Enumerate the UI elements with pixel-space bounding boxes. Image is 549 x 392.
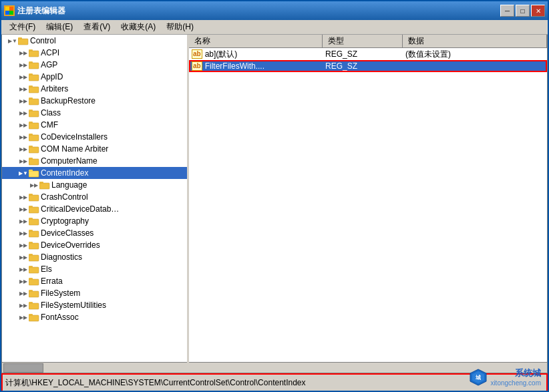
expand-icon-backuprestore: ▶	[18, 95, 29, 106]
folder-icon-computername	[29, 156, 39, 166]
tree-item-language[interactable]: ▶ Language	[2, 179, 187, 191]
tree-item-filesystemutil[interactable]: ▶ FileSystemUtilities	[2, 299, 187, 311]
expand-icon-agp: ▶	[18, 59, 29, 70]
tree-label-filesystemutil: FileSystemUtilities	[41, 301, 106, 310]
tree-item-crashcontrol[interactable]: ▶ CrashControl	[2, 191, 187, 203]
expand-icon-els: ▶	[18, 264, 29, 274]
folder-icon-appid	[29, 72, 39, 81]
menu-view[interactable]: 查看(V)	[78, 20, 116, 34]
tree-label-arbiters: Arbiters	[41, 84, 68, 93]
tree-item-filesystem[interactable]: ▶ FileSystem	[2, 287, 187, 299]
tree-item-backuprestore[interactable]: ▶ BackupRestore	[2, 95, 187, 107]
window-title: 注册表编辑器	[17, 5, 65, 17]
right-panel: 名称 类型 数据 ab ab](默认) REG_SZ (数值未设置)	[189, 35, 547, 373]
registry-row-default[interactable]: ab ab](默认) REG_SZ (数值未设置)	[189, 48, 547, 60]
svg-rect-3	[9, 11, 13, 15]
reg-name-label-default: ab](默认)	[205, 49, 238, 60]
tree-item-control[interactable]: ▼ Control	[2, 35, 187, 47]
tree-label-comname: COM Name Arbiter	[41, 144, 108, 154]
folder-icon-criticaldevice	[29, 204, 39, 214]
status-text: 计算机\HKEY_LOCAL_MACHINE\SYSTEM\CurrentCon…	[5, 377, 306, 389]
ab-icon-filterfiles: ab	[192, 61, 202, 71]
menu-help[interactable]: 帮助(H)	[161, 20, 199, 34]
tree-label-acpi: ACPI	[41, 48, 59, 57]
expand-icon-fontassoc: ▶	[18, 312, 29, 323]
folder-icon-els	[29, 264, 39, 274]
menu-file[interactable]: 文件(F)	[4, 20, 41, 34]
tree-item-cmf[interactable]: ▶ CMF	[2, 119, 187, 131]
minimize-button[interactable]: ─	[500, 5, 514, 17]
folder-icon-cmf	[29, 120, 39, 130]
tree-item-diagnostics[interactable]: ▶ Diagnostics	[2, 251, 187, 263]
registry-row-filterfiles[interactable]: ab FilterFilesWith.... REG_SZ	[189, 60, 547, 72]
tree-item-fontassoc[interactable]: ▶ FontAssoc	[2, 311, 187, 323]
tree-item-comname[interactable]: ▶ COM Name Arbiter	[2, 143, 187, 155]
folder-icon-class	[29, 108, 39, 118]
expand-icon-control: ▼	[7, 35, 18, 46]
tree-label-appid: AppID	[41, 72, 63, 81]
close-button[interactable]: ✕	[531, 5, 545, 17]
right-hscroll[interactable]	[189, 362, 547, 373]
menu-bar: 文件(F) 编辑(E) 查看(V) 收藏夹(A) 帮助(H)	[1, 20, 548, 35]
expand-icon-filesystem: ▶	[18, 288, 29, 299]
folder-icon-acpi	[29, 48, 39, 57]
tree-label-deviceclasses: DeviceClasses	[41, 228, 94, 238]
tree-label-backuprestore: BackupRestore	[41, 96, 96, 106]
tree-item-agp[interactable]: ▶ AGP	[2, 59, 187, 71]
expand-icon-crashcontrol: ▶	[18, 192, 29, 202]
tree-item-appid[interactable]: ▶ AppID	[2, 71, 187, 83]
reg-type-default: REG_SZ	[323, 49, 403, 59]
ab-icon-default: ab	[192, 49, 202, 59]
svg-rect-1	[9, 7, 13, 11]
tree-label-codevice: CoDeviceInstallers	[41, 132, 108, 142]
tree-item-deviceoverrides[interactable]: ▶ DeviceOverrides	[2, 239, 187, 251]
tree-item-criticaldevice[interactable]: ▶ CriticalDeviceDatab…	[2, 203, 187, 215]
folder-icon-crashcontrol	[29, 192, 39, 202]
folder-icon-filesystemutil	[29, 301, 39, 310]
tree-container[interactable]: ▼ Control ▶ AC	[2, 35, 187, 362]
menu-edit[interactable]: 编辑(E)	[41, 20, 78, 34]
tree-panel: ▼ Control ▶ AC	[2, 35, 189, 373]
folder-icon-errata	[29, 276, 39, 286]
tree-item-arbiters[interactable]: ▶ Arbiters	[2, 83, 187, 95]
folder-icon-agp	[29, 60, 39, 69]
tree-label-agp: AGP	[41, 60, 57, 69]
expand-icon-criticaldevice: ▶	[18, 204, 29, 214]
expand-icon-errata: ▶	[18, 276, 29, 286]
expand-icon-cmf: ▶	[18, 120, 29, 130]
tree-label-computername: ComputerName	[41, 156, 98, 166]
tree-item-computername[interactable]: ▶ ComputerName	[2, 155, 187, 167]
expand-icon-arbiters: ▶	[18, 83, 29, 94]
expand-icon-diagnostics: ▶	[18, 252, 29, 262]
folder-icon-codevice	[29, 132, 39, 142]
folder-icon-contentindex	[29, 168, 39, 178]
tree-label-deviceoverrides: DeviceOverrides	[41, 240, 100, 250]
tree-item-codevice[interactable]: ▶ CoDeviceInstallers	[2, 131, 187, 143]
expand-icon-appid: ▶	[18, 71, 29, 82]
tree-item-class[interactable]: ▶ Class	[2, 107, 187, 119]
right-content[interactable]: ab ab](默认) REG_SZ (数值未设置) ab FilterFiles…	[189, 48, 547, 362]
reg-data-default: (数值未设置)	[403, 49, 547, 60]
tree-label-criticaldevice: CriticalDeviceDatab…	[41, 204, 119, 214]
tree-item-els[interactable]: ▶ Els	[2, 263, 187, 275]
tree-label-cryptography: Cryptography	[41, 216, 89, 226]
tree-item-contentindex[interactable]: ▼ ContentIndex	[2, 167, 187, 179]
expand-icon-language: ▶	[29, 180, 39, 190]
reg-name-filterfiles: ab FilterFilesWith....	[189, 61, 323, 71]
folder-icon-cryptography	[29, 216, 39, 226]
tree-item-acpi[interactable]: ▶ ACPI	[2, 47, 187, 59]
expand-icon-class: ▶	[18, 108, 29, 118]
tree-item-deviceclasses[interactable]: ▶ DeviceClasses	[2, 227, 187, 239]
folder-icon-deviceoverrides	[29, 240, 39, 250]
tree-hscroll[interactable]	[2, 362, 187, 373]
tree-hscroll-thumb[interactable]	[3, 363, 43, 373]
tree-item-errata[interactable]: ▶ Errata	[2, 275, 187, 287]
maximize-button[interactable]: □	[516, 5, 530, 17]
expand-icon-codevice: ▶	[18, 132, 29, 142]
tree-label-errata: Errata	[41, 276, 63, 286]
registry-editor-window: 注册表编辑器 ─ □ ✕ 文件(F) 编辑(E) 查看(V) 收藏夹(A) 帮助…	[0, 0, 549, 392]
tree-label-diagnostics: Diagnostics	[41, 252, 82, 262]
tree-label-cmf: CMF	[41, 120, 58, 130]
tree-item-cryptography[interactable]: ▶ Cryptography	[2, 215, 187, 227]
menu-favorites[interactable]: 收藏夹(A)	[116, 20, 161, 34]
